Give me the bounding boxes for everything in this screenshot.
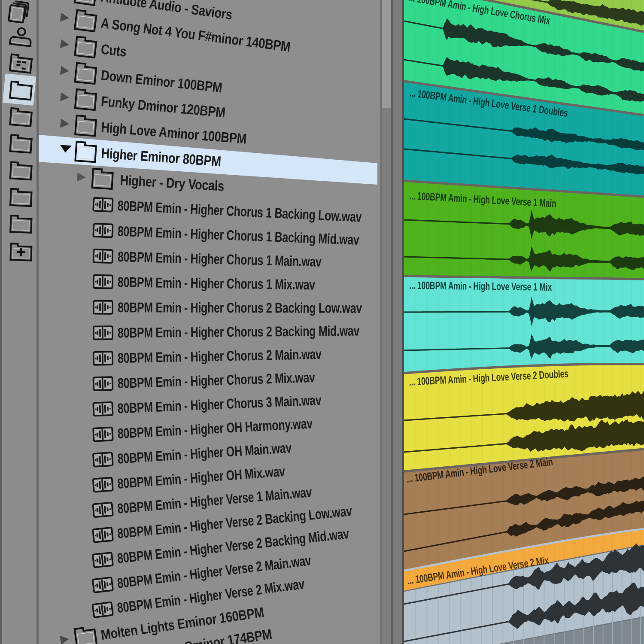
svg-text:80BPM Emin - Higher Chorus 2 B: 80BPM Emin - Higher Chorus 2 Backing Low…	[118, 299, 362, 316]
svg-text:... 100BPM Amin - High Love Ve: ... 100BPM Amin - High Love Verse 1 Mix	[409, 279, 552, 293]
svg-text:80BPM Emin - Higher Chorus 1 M: 80BPM Emin - Higher Chorus 1 Mix.wav	[118, 274, 316, 293]
svg-text:Cuts: Cuts	[100, 41, 127, 59]
svg-text:80BPM Emin - Higher Chorus 2 B: 80BPM Emin - Higher Chorus 2 Backing Mid…	[118, 322, 360, 340]
